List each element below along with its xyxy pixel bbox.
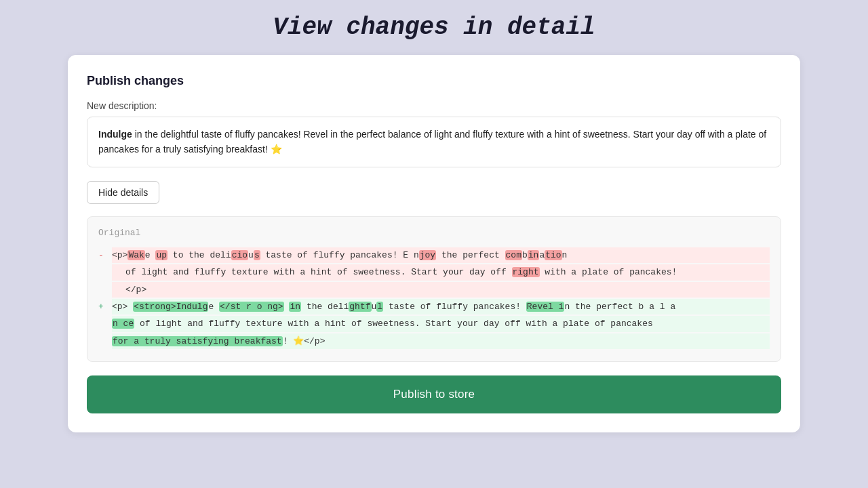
diff-removed-line-3: </p> <box>98 282 770 298</box>
publish-card: Publish changes New description: Indulge… <box>68 55 800 432</box>
hide-details-button[interactable]: Hide details <box>87 181 159 204</box>
description-rest: in the delightful taste of fluffy pancak… <box>98 129 766 155</box>
description-bold: Indulge <box>98 129 132 140</box>
diff-minus-sign: - <box>98 247 112 263</box>
diff-added-line-3: for a truly satisfying breakfast! ⭐</p> <box>98 333 770 349</box>
description-box: Indulge in the delightful taste of fluff… <box>87 117 781 167</box>
diff-added-content-3: for a truly satisfying breakfast! ⭐</p> <box>112 333 770 349</box>
diff-added-content-2: n ce of light and fluffy texture with a … <box>112 316 770 331</box>
diff-added-content-1: <p> <strong>Indulge </st r o ng> in the … <box>112 299 770 314</box>
description-label: New description: <box>87 100 781 111</box>
diff-label: Original <box>98 228 770 238</box>
diff-removed-content-3: </p> <box>112 282 770 298</box>
diff-removed-content-2: of light and fluffy texture with a hint … <box>112 264 770 280</box>
diff-box: Original - <p>Wake up to the delicious t… <box>87 216 781 362</box>
page-title: View changes in detail <box>273 14 595 41</box>
publish-button[interactable]: Publish to store <box>87 375 781 413</box>
diff-removed-line-2: of light and fluffy texture with a hint … <box>98 264 770 280</box>
diff-plus-sign: + <box>98 299 112 314</box>
diff-removed-line-1: - <p>Wake up to the delicious taste of f… <box>98 247 770 263</box>
diff-added-line-1: + <p> <strong>Indulge </st r o ng> in th… <box>98 299 770 314</box>
diff-removed-content-1: <p>Wake up to the delicious taste of flu… <box>112 247 770 263</box>
card-heading: Publish changes <box>87 74 781 88</box>
diff-added-line-2: n ce of light and fluffy texture with a … <box>98 316 770 331</box>
